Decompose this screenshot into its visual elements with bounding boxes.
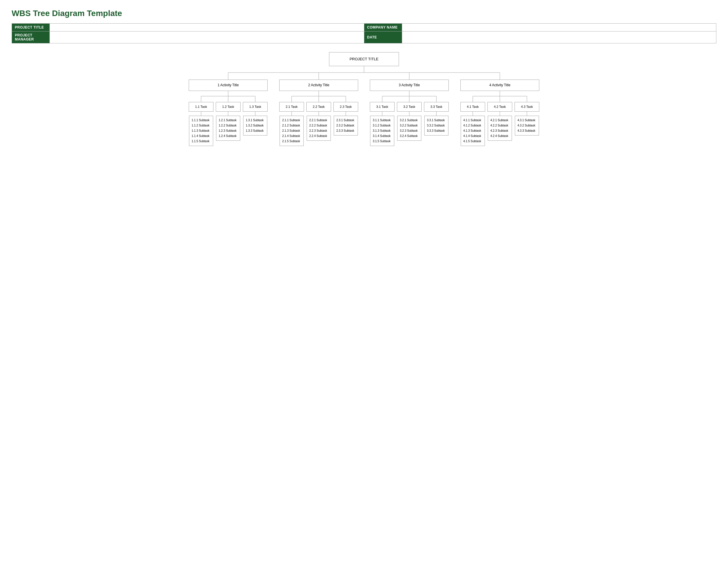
node-box: 4.3 Task [515, 102, 539, 112]
project-manager-label: PROJECT MANAGER [12, 31, 50, 43]
subtask-box: 2.2.1 Subtask2.2.2 Subtask2.2.3 Subtask2… [307, 116, 331, 141]
node-box: 4.1 Task [460, 102, 485, 112]
activity-col-4: 4 Activity Title4.1 Task4.1.1 Subtask4.1… [460, 80, 539, 146]
subtask-box: 1.2.1 Subtask1.2.2 Subtask1.2.3 Subtask1… [216, 116, 240, 141]
subtask-box: 4.3.1 Subtask4.3.2 Subtask4.3.3 Subtask [515, 116, 539, 135]
task-col-2.1: 2.1 Task2.1.1 Subtask2.1.2 Subtask2.1.3 … [279, 102, 304, 146]
subtask-box: 1.1.1 Subtask1.1.2 Subtask1.1.3 Subtask1… [189, 116, 213, 146]
node-box: 2.1 Task [279, 102, 304, 112]
task-col-3.1: 3.1 Task3.1.1 Subtask3.1.2 Subtask3.1.3 … [370, 102, 395, 146]
date-label: DATE [364, 31, 402, 43]
subtask-box: 3.3.1 Subtask3.3.2 Subtask3.3.3 Subtask [424, 116, 448, 135]
node-box: 3.1 Task [370, 102, 395, 112]
node-box: 4.2 Task [487, 102, 512, 112]
company-name-label: COMPANY NAME [364, 24, 402, 31]
node-box: 1.3 Task [243, 102, 268, 112]
subtask-box: 1.3.1 Subtask1.3.2 Subtask1.3.3 Subtask [243, 116, 267, 135]
node-box: 1 Activity Title [189, 80, 268, 91]
node-box: 2.3 Task [333, 102, 358, 112]
node-box: 2 Activity Title [279, 80, 358, 91]
project-title-label: PROJECT TITLE [12, 24, 50, 31]
project-manager-value[interactable] [50, 31, 364, 43]
task-col-1.2: 1.2 Task1.2.1 Subtask1.2.2 Subtask1.2.3 … [216, 102, 241, 141]
project-title-value[interactable] [50, 24, 364, 31]
task-col-4.2: 4.2 Task4.2.1 Subtask4.2.2 Subtask4.2.3 … [487, 102, 512, 141]
node-box: 4 Activity Title [460, 80, 539, 91]
task-col-3.2: 3.2 Task3.2.1 Subtask3.2.2 Subtask3.2.3 … [397, 102, 422, 141]
subtask-box: 3.2.1 Subtask3.2.2 Subtask3.2.3 Subtask3… [397, 116, 421, 141]
task-col-4.3: 4.3 Task4.3.1 Subtask4.3.2 Subtask4.3.3 … [515, 102, 539, 135]
company-name-value[interactable] [402, 24, 716, 31]
node-box: 1.1 Task [189, 102, 213, 112]
task-col-1.3: 1.3 Task1.3.1 Subtask1.3.2 Subtask1.3.3 … [243, 102, 268, 135]
node-box: 1.2 Task [216, 102, 241, 112]
subtask-box: 2.1.1 Subtask2.1.2 Subtask2.1.3 Subtask2… [280, 116, 304, 146]
root-node: PROJECT TITLE [329, 52, 399, 66]
subtask-box: 3.1.1 Subtask3.1.2 Subtask3.1.3 Subtask3… [370, 116, 394, 146]
task-col-1.1: 1.1 Task1.1.1 Subtask1.1.2 Subtask1.1.3 … [189, 102, 213, 146]
node-box: 2.2 Task [306, 102, 331, 112]
date-value[interactable] [402, 31, 716, 43]
subtask-box: 2.3.1 Subtask2.3.2 Subtask2.3.3 Subtask [334, 116, 358, 135]
page-title: WBS Tree Diagram Template [12, 9, 716, 18]
task-col-2.2: 2.2 Task2.2.1 Subtask2.2.2 Subtask2.2.3 … [306, 102, 331, 141]
header-table: PROJECT TITLE COMPANY NAME PROJECT MANAG… [12, 23, 716, 43]
subtask-box: 4.2.1 Subtask4.2.2 Subtask4.2.3 Subtask4… [488, 116, 512, 141]
node-box: 3.3 Task [424, 102, 449, 112]
activity-col-1: 1 Activity Title1.1 Task1.1.1 Subtask1.1… [189, 80, 268, 146]
activity-col-3: 3 Activity Title3.1 Task3.1.1 Subtask3.1… [370, 80, 449, 146]
activity-col-2: 2 Activity Title2.1 Task2.1.1 Subtask2.1… [279, 80, 358, 146]
wbs-diagram: PROJECT TITLE1 Activity Title1.1 Task1.1… [12, 52, 716, 146]
task-col-2.3: 2.3 Task2.3.1 Subtask2.3.2 Subtask2.3.3 … [333, 102, 358, 135]
node-box: 3 Activity Title [370, 80, 449, 91]
node-box: 3.2 Task [397, 102, 422, 112]
subtask-box: 4.1.1 Subtask4.1.2 Subtask4.1.3 Subtask4… [461, 116, 485, 146]
task-col-3.3: 3.3 Task3.3.1 Subtask3.3.2 Subtask3.3.3 … [424, 102, 449, 135]
task-col-4.1: 4.1 Task4.1.1 Subtask4.1.2 Subtask4.1.3 … [460, 102, 485, 146]
